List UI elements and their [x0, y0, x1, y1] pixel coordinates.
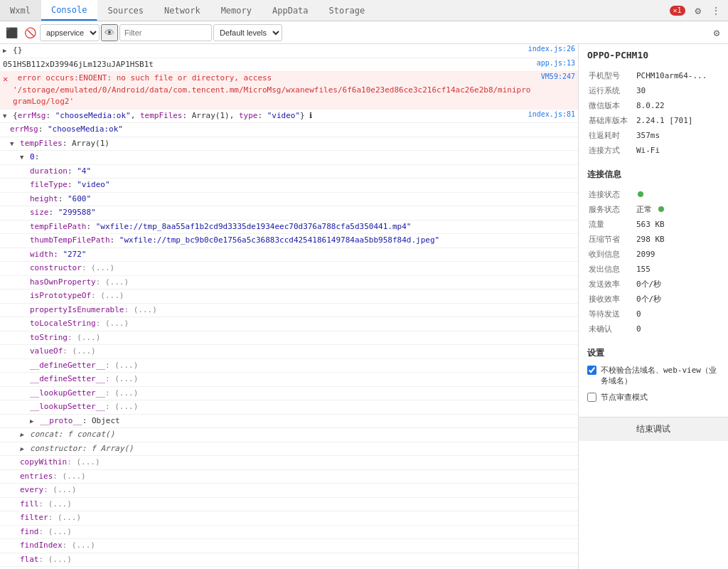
- connection-status-dot: [638, 191, 643, 197]
- device-info-table: 手机型号 PCHM10arm64-... 运行系统 30 微信版本 8.0.22…: [587, 68, 719, 159]
- console-line: toLocaleString: (...): [0, 317, 578, 331]
- record-button[interactable]: ⬛: [3, 24, 20, 41]
- console-line: __lookupSetter__: (...): [0, 400, 578, 415]
- console-line: filter: (...): [0, 511, 578, 526]
- info-row: 发出信息 155: [589, 262, 718, 276]
- tab-appdata[interactable]: AppData: [262, 0, 319, 21]
- error-badge: ✕ 1: [670, 6, 685, 16]
- right-panel: OPPO-PCHM10 手机型号 PCHM10arm64-... 运行系统 30…: [579, 44, 728, 569]
- info-row: 未确认 0: [589, 322, 718, 336]
- device-title: OPPO-PCHM10: [587, 50, 719, 60]
- toolbar: ⬛ 🚫 appservice 👁 Default levels ⚙: [0, 21, 728, 44]
- tab-sources[interactable]: Sources: [97, 0, 154, 21]
- info-row: 压缩节省 298 KB: [589, 233, 718, 246]
- service-status-dot: [658, 206, 664, 212]
- console-line: isPrototypeOf: (...): [0, 289, 578, 304]
- tab-console[interactable]: Console: [41, 0, 98, 21]
- context-select[interactable]: appservice: [40, 24, 100, 41]
- console-panel[interactable]: ▶ {} index.js:26 051HSB112xD39946jLm123u…: [0, 44, 579, 569]
- console-line: ▼ {errMsg: "chooseMedia:ok", tempFiles: …: [0, 110, 578, 124]
- more-icon[interactable]: ⋮: [708, 5, 724, 16]
- console-line: propertyIsEnumerable: (...): [0, 304, 578, 318]
- tab-bar-right: ✕ 1 ⚙ ⋮: [670, 0, 729, 21]
- console-line: errMsg: "chooseMedia:ok": [0, 123, 578, 137]
- info-row: 接收效率 0个/秒: [589, 292, 718, 306]
- info-row: 流量 563 KB: [589, 218, 718, 231]
- tab-memory[interactable]: Memory: [211, 0, 262, 21]
- tab-bar: Wxml Console Sources Network Memory AppD…: [0, 0, 728, 21]
- console-line: width: "272": [0, 248, 578, 262]
- info-row: 往返耗时 357ms: [589, 129, 718, 142]
- info-row: 收到信息 2099: [589, 248, 718, 261]
- console-line: __defineGetter__: (...): [0, 359, 578, 373]
- settings-section-title: 设置: [587, 347, 719, 359]
- console-line: ▼ 0:: [0, 151, 578, 165]
- console-line: duration: "4": [0, 165, 578, 179]
- console-line: height: "600": [0, 193, 578, 207]
- console-line: find: (...): [0, 526, 578, 540]
- info-row: 连接方式 Wi-Fi: [589, 144, 718, 157]
- console-line: flat: (...): [0, 553, 578, 568]
- console-line: hasOwnProperty: (...): [0, 276, 578, 290]
- filter-input[interactable]: [119, 24, 212, 41]
- console-line: thumbTempFilePath: "wxfile://tmp_bc9b0c0…: [0, 234, 578, 248]
- console-line: copyWithin: (...): [0, 456, 578, 470]
- end-debug-button[interactable]: 结束调试: [579, 417, 728, 441]
- console-line: ▶ constructor: f Array(): [0, 442, 578, 457]
- info-row: 发送效率 0个/秒: [589, 277, 718, 291]
- console-line: ▼ tempFiles: Array(1): [0, 137, 578, 151]
- info-row: 等待发送 0: [589, 307, 718, 321]
- tab-storage[interactable]: Storage: [319, 0, 376, 21]
- level-select[interactable]: Default levels: [213, 24, 282, 41]
- console-line: size: "299588": [0, 206, 578, 220]
- console-line: every: (...): [0, 484, 578, 498]
- connection-info-table: 连接状态 服务状态 正常 流量 563 KB 压缩节省 298 KB 收到信息: [587, 186, 719, 337]
- console-line: tempFilePath: "wxfile://tmp_8aa55af1b2cd…: [0, 220, 578, 235]
- console-line: __lookupGetter__: (...): [0, 387, 578, 401]
- connection-section-title: 连接信息: [587, 169, 719, 181]
- toolbar-settings-icon[interactable]: ⚙: [708, 24, 725, 41]
- info-row: 运行系统 30: [589, 84, 718, 97]
- info-row: 服务状态 正常: [589, 203, 718, 216]
- error-icon: ✕: [3, 74, 13, 84]
- node-audit-mode-checkbox[interactable]: 节点审查模式: [587, 392, 719, 403]
- console-line: findIndex: (...): [0, 539, 578, 553]
- main-content: ▶ {} index.js:26 051HSB112xD39946jLm123u…: [0, 44, 728, 569]
- eye-icon[interactable]: 👁: [101, 24, 118, 41]
- console-error-line: ✕ error occurs:ENOENT: no such file or d…: [0, 72, 578, 110]
- console-line: 051HSB112xD39946jLm123uJAP1HSB1t app.js:…: [0, 58, 578, 73]
- no-verify-domain-checkbox[interactable]: 不校验合法域名、web-view（业务域名）: [587, 365, 719, 386]
- settings-icon[interactable]: ⚙: [692, 5, 704, 16]
- console-line: entries: (...): [0, 470, 578, 484]
- tab-network[interactable]: Network: [154, 0, 211, 21]
- console-line: valueOf: (...): [0, 345, 578, 359]
- console-line: toString: (...): [0, 331, 578, 346]
- info-row: 连接状态: [589, 188, 718, 201]
- console-line: ▶ {} index.js:26: [0, 44, 578, 58]
- console-line: fileType: "video": [0, 179, 578, 193]
- console-line: ▶ concat: f concat(): [0, 428, 578, 442]
- tab-wxml[interactable]: Wxml: [0, 0, 41, 21]
- info-row: 手机型号 PCHM10arm64-...: [589, 69, 718, 83]
- console-line: __defineSetter__: (...): [0, 373, 578, 387]
- console-line: constructor: (...): [0, 262, 578, 276]
- console-line: fill: (...): [0, 498, 578, 512]
- clear-button[interactable]: 🚫: [21, 24, 38, 41]
- info-row: 基础库版本 2.24.1 [701]: [589, 114, 718, 127]
- console-line: ▶ __proto__: Object: [0, 415, 578, 429]
- info-row: 微信版本 8.0.22: [589, 99, 718, 112]
